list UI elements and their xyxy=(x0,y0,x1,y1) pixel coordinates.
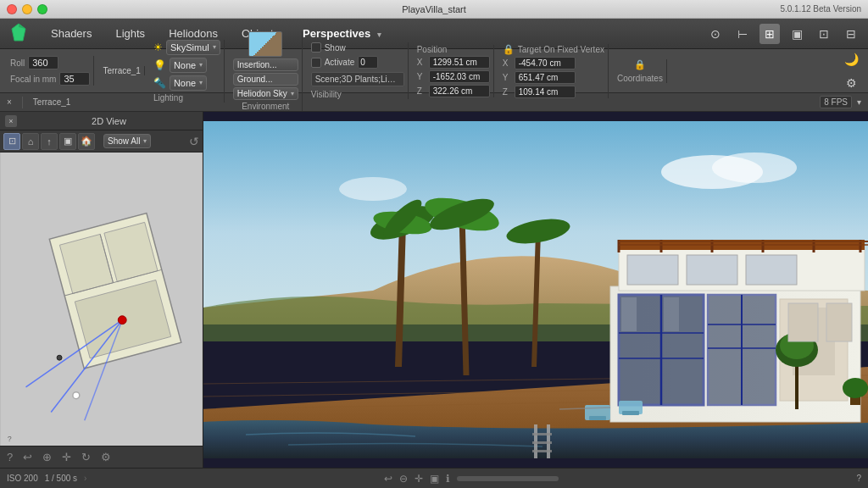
tool-icon-camera[interactable]: ▣ xyxy=(787,24,807,44)
viewport-3d[interactable] xyxy=(203,112,868,468)
settings-button[interactable]: ⚙ xyxy=(841,73,861,93)
lock2-icon: 🔒 xyxy=(634,59,646,70)
divider-1 xyxy=(22,97,23,108)
menu-shaders[interactable]: Shaders xyxy=(41,24,102,43)
show-checkbox[interactable] xyxy=(311,42,321,53)
menu-perspectives[interactable]: Perspectives ▾ xyxy=(292,24,392,43)
target-y-input[interactable] xyxy=(515,71,576,84)
speed-label: 1 / 500 s xyxy=(45,474,77,483)
target-x-input[interactable] xyxy=(515,57,576,69)
panel-footer: ? ↩ ⊕ ✛ ↻ ⚙ xyxy=(0,446,203,468)
tool-icon-3[interactable]: ⊞ xyxy=(760,24,780,44)
fps-display: 8 FPS xyxy=(820,96,852,108)
roll-label: Roll xyxy=(10,58,25,68)
menu-lights[interactable]: Lights xyxy=(105,24,155,43)
activate-input[interactable] xyxy=(358,56,378,69)
camera-settings-group: Roll Focal in mm xyxy=(7,56,94,86)
zoom-button[interactable]: ⊕ xyxy=(42,451,52,463)
svg-point-12 xyxy=(118,316,126,324)
focal-input[interactable] xyxy=(59,72,90,86)
progress-bar xyxy=(457,476,559,481)
pos-y-input[interactable] xyxy=(429,70,490,83)
nav-undo[interactable]: ↩ xyxy=(384,473,392,485)
statusbar-left: ISO 200 1 / 500 s › xyxy=(7,474,86,483)
pos-z-label: Z xyxy=(417,86,426,96)
3d-scene-svg xyxy=(203,112,868,468)
pos-z-input[interactable] xyxy=(429,85,490,97)
minimize-button[interactable] xyxy=(22,4,32,14)
position-group: Position X Y Z xyxy=(414,45,494,97)
panel-title: 2D View xyxy=(20,116,198,126)
position-header: Position xyxy=(417,45,490,54)
nav-zoom-out[interactable]: ⊖ xyxy=(399,473,408,485)
2d-view-canvas: ? xyxy=(0,152,203,446)
undo-button[interactable]: ↺ xyxy=(189,135,199,148)
help-button[interactable]: ? xyxy=(7,451,13,463)
window-title: PlayaVilla_start xyxy=(402,4,466,14)
canvas-2d[interactable]: ? xyxy=(0,152,203,446)
svg-rect-49 xyxy=(687,255,737,285)
statusbar-center: ↩ ⊖ ✛ ▣ ℹ xyxy=(97,473,846,485)
close-icon: × xyxy=(7,97,12,107)
panel-tool-house[interactable]: 🏠 xyxy=(78,133,95,150)
panel-tool-view[interactable]: ⊡ xyxy=(3,133,20,150)
panel-tool-up[interactable]: ↑ xyxy=(41,133,58,150)
light1-select[interactable]: None ▾ xyxy=(170,58,207,73)
visibility-select[interactable]: Scene;3D Plants;Light.▾ xyxy=(311,72,404,86)
roll-input[interactable] xyxy=(28,56,58,69)
svg-rect-70 xyxy=(589,416,606,420)
panel-toolbar: ⊡ ⌂ ↑ ▣ 🏠 Show All ▾ ↺ xyxy=(0,130,203,152)
status-bar: ISO 200 1 / 500 s › ↩ ⊖ ✛ ▣ ℹ ? xyxy=(0,468,868,488)
pos-x-input[interactable] xyxy=(429,56,490,69)
light2-select[interactable]: None ▾ xyxy=(170,75,207,91)
svg-rect-72 xyxy=(622,411,639,415)
close-button[interactable] xyxy=(7,4,17,14)
svg-rect-48 xyxy=(627,255,678,285)
target-z-input[interactable] xyxy=(515,86,576,98)
panel-tool-home[interactable]: ⌂ xyxy=(22,133,39,150)
show-all-select[interactable]: Show All ▾ xyxy=(103,134,151,148)
tool-icon-1[interactable]: ⊙ xyxy=(705,24,726,44)
panel-tool-camera[interactable]: ▣ xyxy=(59,133,76,150)
fps-dropdown-arrow[interactable]: ▾ xyxy=(857,97,861,107)
panel-close-button[interactable]: × xyxy=(5,115,17,127)
svg-text:?: ? xyxy=(8,435,12,443)
settings-footer-button[interactable]: ⚙ xyxy=(101,451,111,463)
ground-select[interactable]: Ground... xyxy=(233,73,298,86)
coordinates-label: Coordinates xyxy=(617,74,663,83)
activate-checkbox[interactable] xyxy=(311,58,321,68)
nav-info[interactable]: ℹ xyxy=(446,473,450,485)
tool-icon-6[interactable]: ⊟ xyxy=(841,24,861,44)
heliodon-sky-select[interactable]: Heliodon Sky ▾ xyxy=(233,87,298,100)
target-header: Target On Fixed Vertex xyxy=(518,45,604,54)
insertion-select[interactable]: Insertion... xyxy=(233,58,298,71)
sky-select[interactable]: SkySimul ▾ xyxy=(166,40,220,55)
version-label: 5.0.1.12 Beta Version xyxy=(780,4,861,14)
night-mode-button[interactable]: 🌙 xyxy=(841,49,861,69)
pos-y-label: Y xyxy=(417,72,426,81)
svg-line-24 xyxy=(462,214,466,375)
question-button[interactable]: ? xyxy=(856,474,861,483)
tool-icon-5[interactable]: ⊡ xyxy=(814,24,834,44)
traffic-lights xyxy=(7,4,47,14)
svg-rect-77 xyxy=(826,303,852,341)
svg-rect-45 xyxy=(621,297,637,331)
perspectives-dropdown-arrow: ▾ xyxy=(377,30,381,39)
scene-name-sub[interactable]: Terrace_1 xyxy=(33,97,70,107)
panel-header: × 2D View xyxy=(0,112,203,130)
close-panel-btn[interactable]: × xyxy=(7,97,12,107)
undo-footer-button[interactable]: ↩ xyxy=(23,451,32,463)
nav-camera[interactable]: ▣ xyxy=(430,473,439,485)
main-toolbar: Roll Focal in mm Terrace_1 ☀ SkySimul ▾ … xyxy=(0,49,868,93)
titlebar: PlayaVilla_start 5.0.1.12 Beta Version xyxy=(0,0,868,19)
activate-label: Activate xyxy=(325,58,355,67)
svg-rect-38 xyxy=(532,441,552,444)
lighting-label: Lighting xyxy=(153,93,220,103)
nav-move[interactable]: ✛ xyxy=(415,473,423,485)
visibility-group: Show Activate Scene;3D Plants;Light.▾ Vi… xyxy=(308,42,409,99)
target-z-label: Z xyxy=(503,87,511,97)
move-button[interactable]: ✛ xyxy=(62,451,71,463)
tool-icon-2[interactable]: ⊢ xyxy=(732,24,753,44)
rotate-button[interactable]: ↻ xyxy=(81,451,91,463)
maximize-button[interactable] xyxy=(37,4,47,14)
